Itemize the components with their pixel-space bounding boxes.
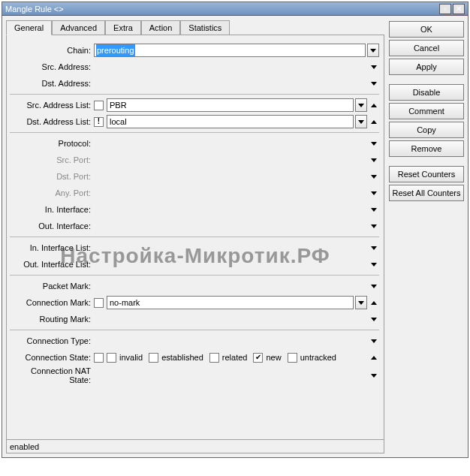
label-conn-nat: Connection NAT State: [10,366,94,384]
reset-counters-button[interactable]: Reset Counters [389,166,464,182]
label-packet-mark: Packet Mark: [10,282,94,291]
any-port-expand[interactable] [369,186,379,200]
label-dst-port: Dst. Port: [10,172,94,181]
separator [10,236,379,237]
label-in-if-list: In. Interface List: [10,243,94,252]
sidebar: OK Cancel Apply Disable Comment Copy Rem… [389,20,464,453]
src-address-expand[interactable] [369,60,379,74]
dst-address-expand[interactable] [369,77,379,90]
dst-list-invert[interactable]: ! [94,117,104,127]
routing-mark-expand[interactable] [369,312,379,326]
separator [10,94,379,95]
ok-button[interactable]: OK [389,21,464,38]
tab-general[interactable]: General [6,20,52,35]
label-out-if-list: Out. Interface List: [10,260,94,269]
tab-body-general: Chain: prerouting Src. Address: Dst. Add… [6,35,384,440]
label-dst-address: Dst. Address: [10,79,94,88]
tab-action[interactable]: Action [141,20,181,35]
in-if-expand[interactable] [369,203,379,216]
tab-advanced[interactable]: Advanced [52,20,105,35]
conn-state-collapse[interactable] [369,351,379,364]
label-in-interface: In. Interface: [10,205,94,214]
label-conn-mark: Connection Mark: [10,298,94,307]
dst-port-expand[interactable] [369,170,379,183]
dst-list-collapse[interactable] [369,115,379,128]
reset-all-counters-button[interactable]: Reset All Counters [389,185,464,201]
mangle-rule-window: Mangle Rule <> ▫ ✕ General Advanced Extr… [2,2,468,458]
status-bar: enabled [6,440,384,453]
label-routing-mark: Routing Mark: [10,315,94,324]
separator [10,275,379,276]
chk-new[interactable]: ✔ [253,353,263,363]
conn-nat-expand[interactable] [369,369,379,382]
chk-related[interactable] [209,353,219,363]
chk-established[interactable] [149,353,158,363]
label-conn-state: Connection State: [10,353,94,362]
disable-button[interactable]: Disable [389,84,464,101]
chk-untracked[interactable] [288,353,297,363]
remove-button[interactable]: Remove [389,140,464,157]
packet-mark-expand[interactable] [369,279,379,293]
dst-list-input[interactable] [107,115,354,128]
label-out-interface: Out. Interface: [10,221,94,230]
cancel-button[interactable]: Cancel [389,40,464,56]
label-chain: Chain: [10,46,94,55]
comment-button[interactable]: Comment [389,103,464,119]
separator [10,132,379,133]
src-list-invert[interactable] [94,101,104,110]
src-port-expand[interactable] [369,153,379,167]
label-dst-list: Dst. Address List: [10,117,94,126]
src-list-input[interactable] [107,98,354,112]
in-if-list-expand[interactable] [369,241,379,255]
tab-statistics[interactable]: Statistics [180,20,230,35]
src-list-dropdown-button[interactable] [355,98,367,112]
conn-type-expand[interactable] [369,334,379,348]
titlebar: Mangle Rule <> ▫ ✕ [2,2,468,16]
conn-state-invert[interactable] [94,353,104,363]
label-src-list: Src. Address List: [10,101,94,110]
conn-mark-collapse[interactable] [369,296,379,309]
label-any-port: Any. Port: [10,188,94,197]
label-src-address: Src. Address: [10,62,94,71]
out-if-list-expand[interactable] [369,258,379,271]
tab-strip: General Advanced Extra Action Statistics [6,20,384,35]
close-button[interactable]: ✕ [453,4,465,14]
tab-extra[interactable]: Extra [105,20,141,35]
window-title: Mangle Rule <> [5,5,438,14]
chain-input[interactable]: prerouting [94,44,366,57]
apply-button[interactable]: Apply [389,59,464,75]
conn-mark-dropdown-button[interactable] [355,296,367,309]
out-if-expand[interactable] [369,219,379,233]
label-conn-type: Connection Type: [10,336,94,345]
conn-mark-input[interactable] [107,296,354,309]
separator [10,330,379,330]
label-protocol: Protocol: [10,139,94,148]
copy-button[interactable]: Copy [389,122,464,138]
chain-dropdown-button[interactable] [367,44,379,57]
protocol-expand[interactable] [369,137,379,150]
dst-list-dropdown-button[interactable] [355,115,367,128]
label-src-port: Src. Port: [10,155,94,164]
status-text: enabled [10,442,39,451]
chk-invalid[interactable] [107,353,116,363]
src-list-collapse[interactable] [369,98,379,112]
minimize-button[interactable]: ▫ [439,4,451,14]
conn-mark-invert[interactable] [94,298,104,308]
